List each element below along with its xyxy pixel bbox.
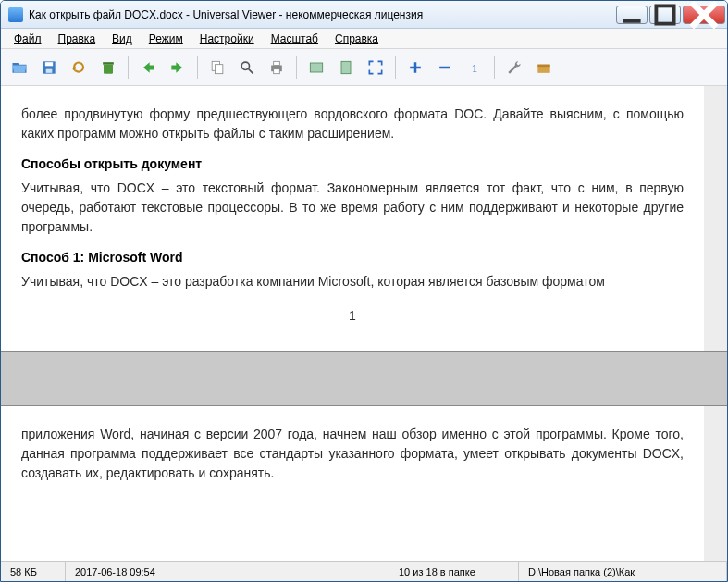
page-gap [1,351,727,406]
doc-paragraph: более продвинутую форму предшествующего … [21,105,684,143]
search-icon [238,58,256,77]
svg-rect-17 [341,61,351,73]
maximize-button[interactable] [649,6,681,24]
menu-mode-label: Режим [149,32,183,45]
plus-icon [406,58,425,77]
doc-paragraph: приложения Word, начиная с версии 2007 г… [21,425,684,483]
menu-view[interactable]: Вид [105,31,140,47]
statusbar: 58 КБ 2017-06-18 09:54 10 из 18 в папке … [1,561,727,581]
save-icon [40,58,58,77]
page-number: 1 [21,308,684,323]
zoom-out-button[interactable] [432,55,458,80]
maximize-icon [650,0,680,30]
settings-button[interactable] [501,55,527,80]
app-icon [8,7,23,22]
status-path: D:\Новая папка (2)\Как [519,562,727,581]
toolbar: 1 [1,49,727,86]
menubar: Файл Правка Вид Режим Настройки Масштаб … [1,29,727,49]
window-controls [614,6,725,24]
svg-rect-5 [45,62,53,66]
plugins-button[interactable] [531,55,557,80]
status-date: 2017-06-18 09:54 [66,562,389,581]
svg-rect-16 [310,63,322,72]
svg-line-12 [249,68,253,73]
toolbar-separator [494,56,495,79]
menu-edit-label: Правка [58,32,96,45]
menu-file-label: Файл [14,32,42,45]
one-icon: 1 [465,58,484,77]
close-button[interactable] [683,6,725,24]
toolbar-separator [128,56,129,79]
forward-button[interactable] [165,55,191,80]
doc-paragraph: Учитывая, что DOCX – это разработка комп… [21,272,684,291]
svg-rect-1 [656,6,673,23]
titlebar[interactable]: Как открыть файл DOCX.docx - Universal V… [1,1,727,29]
package-icon [535,58,553,77]
svg-rect-8 [103,62,114,65]
document-page-2: приложения Word, начиная с версии 2007 г… [1,406,704,561]
copy-icon [208,58,227,77]
copy-button[interactable] [204,55,230,80]
back-button[interactable] [135,55,161,80]
find-button[interactable] [234,55,260,80]
document-viewport[interactable]: более продвинутую форму предшествующего … [1,86,727,561]
toolbar-separator [296,56,297,79]
menu-zoom[interactable]: Масштаб [264,31,326,47]
back-arrow-icon [139,58,157,77]
menu-edit[interactable]: Правка [51,31,104,47]
wrench-icon [505,58,524,77]
minimize-button[interactable] [616,6,648,24]
content-area: более продвинутую форму предшествующего … [1,86,727,561]
toolbar-separator [197,56,198,79]
minus-icon [436,58,454,77]
delete-icon [99,58,117,77]
app-window: Как открыть файл DOCX.docx - Universal V… [0,0,728,582]
menu-options-label: Настройки [200,32,254,45]
fit-page-button[interactable] [333,55,359,80]
zoom-reset-button[interactable]: 1 [462,55,487,80]
menu-help[interactable]: Справка [327,31,386,47]
reload-button[interactable] [66,55,92,80]
toolbar-separator [395,56,396,79]
forward-arrow-icon [168,58,187,77]
svg-point-11 [241,62,249,69]
svg-rect-14 [274,61,280,65]
menu-mode[interactable]: Режим [142,31,191,47]
fit-width-button[interactable] [303,55,329,80]
fullscreen-icon [366,58,385,77]
fullscreen-button[interactable] [363,55,389,80]
svg-rect-6 [46,68,53,72]
doc-heading: Способ 1: Microsoft Word [21,250,684,265]
fit-page-icon [337,58,355,77]
doc-heading: Способы открыть документ [21,156,684,171]
window-title: Как открыть файл DOCX.docx - Universal V… [29,8,614,21]
menu-view-label: Вид [112,32,132,45]
menu-help-label: Справка [335,32,378,45]
status-position: 10 из 18 в папке [389,562,519,581]
svg-rect-7 [104,64,113,73]
svg-rect-15 [274,68,280,73]
menu-options[interactable]: Настройки [192,31,262,47]
svg-text:1: 1 [472,61,478,75]
status-size: 58 КБ [1,562,66,581]
minimize-icon [617,0,647,30]
open-button[interactable] [6,55,32,80]
zoom-in-button[interactable] [402,55,428,80]
print-icon [267,58,286,77]
doc-paragraph: Учитывая, что DOCX – это текстовый форма… [21,179,684,237]
fit-width-icon [307,58,326,77]
save-button[interactable] [36,55,62,80]
document-page-1: более продвинутую форму предшествующего … [1,86,704,351]
svg-rect-10 [216,64,223,73]
delete-button[interactable] [95,55,121,80]
reload-icon [69,58,88,77]
menu-file[interactable]: Файл [6,31,49,47]
menu-zoom-label: Масштаб [271,32,318,45]
open-icon [10,58,29,77]
svg-rect-23 [537,64,549,67]
print-button[interactable] [264,55,290,80]
